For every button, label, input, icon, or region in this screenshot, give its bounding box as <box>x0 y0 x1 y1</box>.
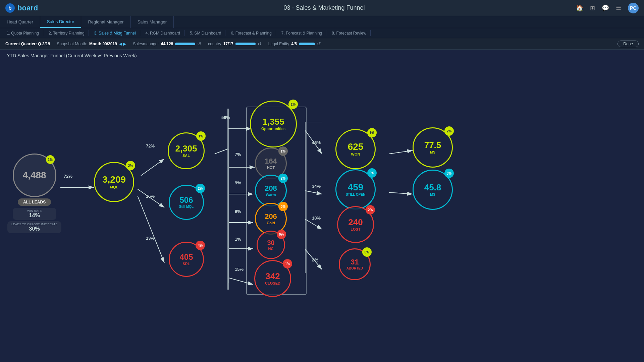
tab-head-quarter[interactable]: Head Quarter <box>0 16 40 28</box>
country-progress <box>235 43 256 45</box>
logo-area: b board <box>5 3 72 13</box>
arrow-mql-stillmql: 16% <box>146 194 155 199</box>
svg-line-4 <box>138 196 164 263</box>
win-rate-value: 14% <box>17 213 52 219</box>
snapshot-month-filter[interactable]: Snapshot Month: Month 09/2019 ◀ ▶ <box>57 42 126 46</box>
still-open-node[interactable]: 0% 459 STILL OPEN <box>335 169 376 209</box>
tab-regional-manager[interactable]: Regional Manager <box>81 16 130 28</box>
logo-text: board <box>17 4 38 12</box>
won-ms-node[interactable]: 2% 77.5 M$ <box>413 127 453 168</box>
aborted-label: ABORTED <box>346 266 363 270</box>
svg-line-15 <box>305 191 322 194</box>
sub-tab-quota[interactable]: 1. Quota Planning <box>3 30 43 36</box>
filter-bar: Current Quarter: Q.3/19 Snapshot Month: … <box>0 38 644 50</box>
nc-value: 30 <box>267 239 274 246</box>
legal-entity-filter[interactable]: Legal Entity 4/5 ↺ <box>268 41 321 47</box>
chart-title: YTD Sales Manager Funnel (Current Week v… <box>3 53 641 58</box>
sub-nav: 1. Quota Planning 2. Territory Planning … <box>0 28 644 38</box>
srl-value: 405 <box>179 253 193 261</box>
aborted-node[interactable]: 0% 31 ABORTED <box>339 248 371 280</box>
done-button[interactable]: Done <box>618 41 639 47</box>
opportunities-node[interactable]: 1% 1,355 Opportunities <box>250 101 297 147</box>
still-open-ms-value: 45.8 <box>424 183 441 192</box>
logo-b-icon: b <box>5 3 15 13</box>
leads-to-opp-box: LEADS TO OPPORTUNITY RATE 30% <box>7 221 61 233</box>
all-leads-label: ALL LEADS <box>18 198 51 206</box>
salesmanager-refresh-icon[interactable]: ↺ <box>197 41 201 47</box>
arrow-opp-warm: 9% <box>235 180 241 185</box>
won-node[interactable]: 1% 625 WON <box>335 129 376 169</box>
arrow-opp-nc: 1% <box>235 237 241 242</box>
arrow-opp-won: 46% <box>312 140 321 145</box>
home-icon[interactable]: 🏠 <box>576 4 583 12</box>
lost-value: 240 <box>348 218 363 227</box>
nav-tabs: Head Quarter Sales Director Regional Man… <box>0 16 644 28</box>
arrows-svg <box>0 50 644 362</box>
mql-label: MQL <box>110 185 118 189</box>
mql-node[interactable]: 2% 3,209 MQL <box>94 162 134 202</box>
sub-tab-sales-mktg[interactable]: 3. Sales & Mktg Funnel <box>90 30 140 36</box>
won-value: 625 <box>348 142 364 152</box>
salesmanager-progress <box>175 43 195 45</box>
menu-icon[interactable]: ☰ <box>616 4 621 12</box>
nc-badge: 0% <box>277 230 286 239</box>
salesmanager-filter[interactable]: Salesmanager 44/128 ↺ <box>133 41 201 47</box>
arrow-opp-closed: 15% <box>235 267 244 272</box>
still-open-value: 459 <box>348 183 364 192</box>
sub-tab-rgm[interactable]: 4. RGM Dashboard <box>142 30 184 36</box>
top-icons: 🏠 ⊞ 💬 ☰ PC <box>576 3 639 13</box>
sal-node[interactable]: 1% 2,305 SAL <box>168 132 205 169</box>
still-open-ms-badge: 0% <box>444 169 454 178</box>
still-open-ms-label: M$ <box>430 192 435 196</box>
won-ms-label: M$ <box>430 150 435 154</box>
dashboard-icon[interactable]: ⊞ <box>590 4 595 12</box>
sub-tab-forecast7[interactable]: 7. Forecast & Planning <box>277 30 326 36</box>
mql-value: 3,209 <box>102 175 126 184</box>
lost-node[interactable]: 2% 240 LOST <box>337 206 374 243</box>
closed-node[interactable]: 1% 342 CLOSED <box>254 260 291 297</box>
snapshot-arrows[interactable]: ◀ ▶ <box>119 42 126 46</box>
sub-tab-forecast6[interactable]: 6. Forecast & Planning <box>227 30 276 36</box>
all-leads-value: 4,488 <box>23 170 46 181</box>
country-refresh-icon[interactable]: ↺ <box>258 41 262 47</box>
arrow-opp-cold: 9% <box>235 209 241 214</box>
hot-value: 164 <box>265 158 277 165</box>
sub-tab-forecast8[interactable]: 8. Forecast Review <box>328 30 371 36</box>
all-leads-box[interactable]: 2% 4,488 ALL LEADS WIN RATE 14% LEADS TO… <box>7 154 61 233</box>
won-label: WON <box>351 152 360 156</box>
tab-sales-director[interactable]: Sales Director <box>40 16 82 28</box>
sal-value: 2,305 <box>175 144 197 153</box>
arrow-leads-mql: 72% <box>64 174 72 179</box>
current-quarter-filter: Current Quarter: Q.3/19 <box>5 42 50 46</box>
tab-sales-manager[interactable]: Sales Manager <box>131 16 174 28</box>
chat-icon[interactable]: 💬 <box>602 4 609 12</box>
legal-entity-refresh-icon[interactable]: ↺ <box>317 41 321 47</box>
legal-entity-value: 4/5 <box>291 42 297 46</box>
opportunities-badge: 1% <box>288 100 298 109</box>
closed-badge: 1% <box>283 259 292 268</box>
srl-label: SRL <box>183 262 190 266</box>
still-mql-badge: 2% <box>196 184 205 193</box>
sub-tab-sm[interactable]: 5. SM Dashboard <box>186 30 225 36</box>
arrow-opp-lost: 18% <box>312 216 321 221</box>
arrow-opp-aborted: 2% <box>312 257 318 262</box>
opportunities-value: 1,355 <box>262 117 284 126</box>
won-ms-value: 77.5 <box>424 141 441 149</box>
svg-line-2 <box>141 159 164 176</box>
all-leads-badge: 2% <box>46 155 55 164</box>
sub-tab-territory[interactable]: 2. Territory Planning <box>45 30 89 36</box>
still-open-ms-node[interactable]: 0% 45.8 M$ <box>413 170 453 210</box>
still-mql-node[interactable]: 2% 506 Still MQL <box>169 185 204 220</box>
cold-badge: 0% <box>278 202 288 211</box>
sal-label: SAL <box>182 154 190 158</box>
lost-label: LOST <box>351 227 360 231</box>
mql-badge: 2% <box>126 161 135 170</box>
closed-value: 342 <box>265 272 280 281</box>
srl-node[interactable]: 4% 405 SRL <box>169 242 204 277</box>
avatar[interactable]: PC <box>628 3 639 13</box>
svg-line-13 <box>229 278 253 285</box>
country-filter[interactable]: country 17/17 ↺ <box>208 41 261 47</box>
arrow-sal-opp: 59% <box>221 115 230 120</box>
nc-node[interactable]: 0% 30 NC <box>257 231 285 259</box>
legal-entity-label: Legal Entity <box>268 42 289 46</box>
